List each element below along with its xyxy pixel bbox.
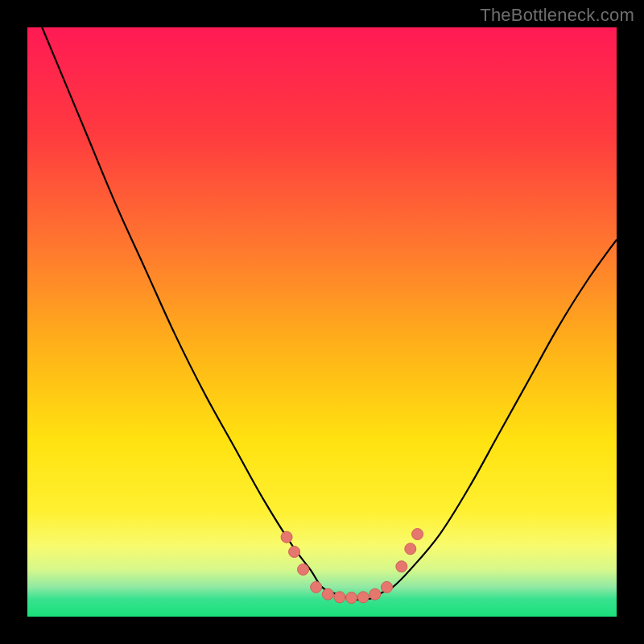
curve-marker xyxy=(322,588,333,600)
curve-marker xyxy=(405,543,416,555)
curve-marker xyxy=(369,588,381,600)
watermark-text: TheBottleneck.com xyxy=(480,5,634,26)
curve-layer xyxy=(27,27,617,617)
bottleneck-curve xyxy=(27,0,617,600)
curve-marker xyxy=(357,592,369,603)
chart-frame: TheBottleneck.com xyxy=(0,0,644,644)
curve-marker xyxy=(281,531,292,543)
curve-marker xyxy=(382,581,393,592)
curve-marker xyxy=(396,561,407,572)
curve-markers xyxy=(281,529,423,604)
curve-marker xyxy=(334,592,345,603)
curve-marker xyxy=(412,529,423,540)
plot-area xyxy=(27,27,617,617)
curve-marker xyxy=(346,592,357,604)
curve-marker xyxy=(289,546,300,557)
curve-marker xyxy=(311,581,322,592)
curve-marker xyxy=(298,564,309,575)
